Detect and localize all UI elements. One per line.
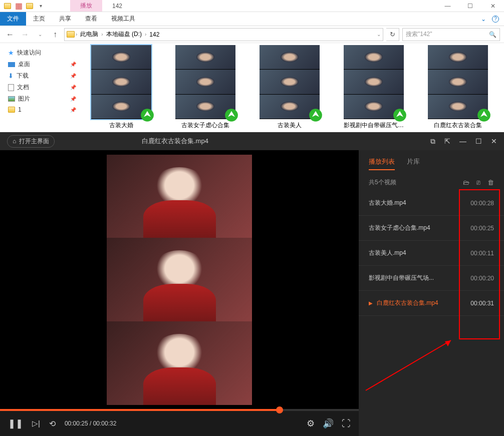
download-icon: ⬇ xyxy=(8,72,14,80)
file-thumbnail xyxy=(175,45,235,119)
time-display: 00:00:25 / 00:00:32 xyxy=(65,420,116,427)
sidebar-folder-1[interactable]: 1📌 xyxy=(2,105,82,115)
file-grid: 古装大婚 古装女子虐心合集 古装美人 影视剧中自带碾压气场的 白鹿红衣古装合集 xyxy=(84,43,504,132)
chevron-down-icon[interactable]: ⌄ xyxy=(377,32,381,37)
tab-library[interactable]: 片库 xyxy=(407,157,420,170)
sidebar-quick-access[interactable]: ★快速访问 xyxy=(2,47,82,59)
sort-icon[interactable]: ⎚ xyxy=(476,179,480,186)
video-frame xyxy=(107,155,252,238)
next-button[interactable]: ▷| xyxy=(32,419,40,428)
sidebar-label: 1 xyxy=(18,106,22,113)
pin-icon: 📌 xyxy=(70,96,76,102)
chevron-right-icon: › xyxy=(145,32,146,37)
nav-forward-button[interactable]: → xyxy=(19,29,31,41)
tab-playlist[interactable]: 播放列表 xyxy=(369,157,395,170)
playlist-list: 古装大婚.mp4 00:00:28 古装女子虐心合集.mp4 00:00:25 … xyxy=(359,191,504,436)
file-item[interactable]: 古装美人 xyxy=(260,45,320,130)
ribbon-tab-file[interactable]: 文件 xyxy=(0,12,26,26)
open-main-label: 打开主界面 xyxy=(19,137,49,146)
sidebar-desktop[interactable]: 桌面📌 xyxy=(2,59,82,70)
file-name: 白鹿红衣古装合集 xyxy=(428,121,488,130)
video-frame xyxy=(107,321,252,405)
sidebar-label: 下载 xyxy=(17,72,29,80)
breadcrumb[interactable]: › 此电脑 › 本地磁盘 (D:) › 142 ⌄ xyxy=(64,28,383,41)
video-frame xyxy=(107,238,252,321)
minimize-button[interactable]: — xyxy=(436,0,459,12)
title-tab-folder: 142 xyxy=(102,0,132,12)
playlist-item[interactable]: 古装大婚.mp4 00:00:28 xyxy=(359,191,504,216)
player-minimize-button[interactable]: — xyxy=(459,137,466,145)
file-thumbnail xyxy=(91,45,151,119)
refresh-button[interactable]: ↻ xyxy=(386,28,399,41)
player-maximize-button[interactable]: ☐ xyxy=(475,137,482,145)
playlist-item[interactable]: ▶白鹿红衣古装合集.mp4 00:00:31 xyxy=(359,291,504,316)
playlist-item[interactable]: 古装女子虐心合集.mp4 00:00:25 xyxy=(359,216,504,241)
file-thumbnail xyxy=(260,45,320,119)
file-item[interactable]: 古装女子虐心合集 xyxy=(175,45,235,130)
ribbon-tab-share[interactable]: 共享 xyxy=(52,12,78,26)
play-badge-icon xyxy=(393,108,407,122)
sidebar-pictures[interactable]: 图片📌 xyxy=(2,93,82,105)
playlist-item-duration: 00:00:25 xyxy=(470,225,494,232)
close-button[interactable]: ✕ xyxy=(481,0,504,12)
maximize-button[interactable]: ☐ xyxy=(459,0,481,12)
chevron-right-icon: › xyxy=(101,32,103,37)
folder-icon xyxy=(3,2,12,11)
playlist-panel: 播放列表 片库 共5个视频 🗁 ⎚ 🗑 古装大婚.mp4 00:00:28 古装… xyxy=(359,150,504,436)
playlist-count: 共5个视频 xyxy=(369,178,396,187)
help-icon[interactable]: ? xyxy=(492,16,499,23)
ribbon-tab-home[interactable]: 主页 xyxy=(26,12,52,26)
sidebar-documents[interactable]: 文档📌 xyxy=(2,82,82,93)
nav-up-button[interactable]: ↑ xyxy=(49,29,61,41)
progress-bar[interactable] xyxy=(0,409,359,411)
breadcrumb-drive[interactable]: 本地磁盘 (D:) xyxy=(104,30,144,39)
playlist-item-name: 古装大婚.mp4 xyxy=(369,199,406,207)
qat-properties-icon[interactable]: ▦ xyxy=(14,2,23,11)
player-close-button[interactable]: ✕ xyxy=(491,137,497,145)
file-item[interactable]: 白鹿红衣古装合集 xyxy=(428,45,488,130)
address-bar: ← → ⌄ ↑ › 此电脑 › 本地磁盘 (D:) › 142 ⌄ ↻ 搜索"1… xyxy=(0,26,504,43)
ribbon-tab-video-tools[interactable]: 视频工具 xyxy=(104,12,142,26)
playlist-item[interactable]: 古装美人.mp4 00:00:11 xyxy=(359,241,504,266)
pin-icon: 📌 xyxy=(70,107,76,113)
breadcrumb-folder[interactable]: 142 xyxy=(147,31,161,38)
volume-icon[interactable]: 🔊 xyxy=(323,418,334,429)
pin-icon: 📌 xyxy=(70,85,76,90)
nav-back-button[interactable]: ← xyxy=(4,29,16,41)
play-badge-icon xyxy=(140,108,154,122)
pip-icon[interactable]: ⧉ xyxy=(430,137,435,146)
file-item[interactable]: 古装大婚 xyxy=(91,45,151,130)
breadcrumb-pc[interactable]: 此电脑 xyxy=(78,30,100,39)
open-folder-icon[interactable]: 🗁 xyxy=(463,179,469,186)
playlist-item[interactable]: 影视剧中自带碾压气场... 00:00:20 xyxy=(359,266,504,291)
playlist-item-name: 古装女子虐心合集.mp4 xyxy=(369,224,430,232)
fullscreen-icon[interactable]: ⛶ xyxy=(342,418,351,429)
playlist-item-name: 古装美人.mp4 xyxy=(369,249,406,257)
playlist-item-duration: 00:00:11 xyxy=(470,250,494,257)
settings-icon[interactable]: ⚙ xyxy=(307,418,315,429)
open-main-button[interactable]: ⌂ 打开主界面 xyxy=(7,135,55,148)
pin-icon[interactable]: ⇱ xyxy=(444,137,450,145)
desktop-icon xyxy=(8,62,15,67)
file-name: 古装美人 xyxy=(260,121,320,130)
ribbon-expand-icon[interactable]: ⌄ xyxy=(481,16,486,23)
search-input[interactable]: 搜索"142" 🔍 xyxy=(402,28,500,41)
file-name: 古装女子虐心合集 xyxy=(175,121,235,130)
playlist-item-duration: 00:00:28 xyxy=(470,200,494,207)
loop-button[interactable]: ⟲ xyxy=(49,419,56,428)
title-tab-play[interactable]: 播放 xyxy=(70,0,102,12)
video-area: ❚❚ ▷| ⟲ 00:00:25 / 00:00:32 ⚙ 🔊 ⛶ xyxy=(0,150,359,436)
search-icon[interactable]: 🔍 xyxy=(489,31,496,38)
play-badge-icon xyxy=(477,108,491,122)
ribbon-tab-view[interactable]: 查看 xyxy=(78,12,104,26)
pause-button[interactable]: ❚❚ xyxy=(8,418,23,429)
nav-history-icon[interactable]: ⌄ xyxy=(34,29,46,41)
folder-icon xyxy=(25,2,34,11)
sidebar-downloads[interactable]: ⬇下载📌 xyxy=(2,70,82,82)
player-title: 白鹿红衣古装合集.mp4 xyxy=(142,137,208,146)
delete-icon[interactable]: 🗑 xyxy=(487,179,494,186)
file-item[interactable]: 影视剧中自带碾压气场的 xyxy=(344,45,404,130)
qat-dropdown-icon[interactable]: ▾ xyxy=(36,2,45,11)
document-icon xyxy=(8,84,14,91)
video-viewport[interactable] xyxy=(0,150,359,409)
